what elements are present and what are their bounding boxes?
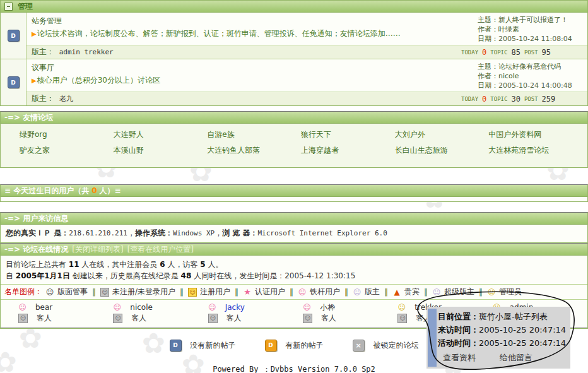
forum-row: D 议事厅 ▶核心用户（总积分30分以上）讨论区 主题：论坛好像有恶意代码 作者… [1,59,587,105]
last-author-link[interactable]: 叶绿素 [498,25,519,33]
friend-link[interactable]: 大连林苑滑雪论坛 [488,143,582,158]
moderator-link[interactable]: admin trekker [59,48,114,56]
guest-bunny-icon: ☺ [303,304,311,312]
friend-link[interactable]: 大连钓鱼人部落 [207,143,301,158]
manage-forum-panel: 管理 D 站务管理 ▶论坛技术咨询，论坛制度公布、解答；新驴报到、认证；斑竹申请… [0,0,588,106]
visitor-info-header-bar: -=> 用户来访信息 [1,213,587,225]
user-role: 客人 [226,313,242,324]
birthday-empty-row [1,197,587,201]
moderator-info: 版主： admin trekker [26,47,461,57]
forum-name-link[interactable]: 议事厅 [32,62,471,73]
birthday-title: ≡ 今天过生日的用户（共0人）≡ [4,186,121,196]
visitor-ip: 218.61.210.211 [69,229,127,237]
guest-bunny-icon: ☺ [18,304,26,312]
last-author-link[interactable]: nicole [498,72,519,80]
friend-link[interactable]: 长白山生态旅游 [395,143,489,158]
forum-row: D 站务管理 ▶论坛技术咨询，论坛制度公布、解答；新驴报到、认证；斑竹申请、管理… [1,13,587,59]
online-record-line: 自 2005年1月1日 创建以来，历史最高在线纪录是 48 人同时在线，发生时间… [6,270,582,281]
manage-header-bar: 管理 [1,1,587,13]
friend-links-header-bar: -=> 友情论坛 [1,112,587,124]
guest-status-icon: ☺ [18,314,28,323]
arrow-icon: ▶ [32,77,37,84]
send-message-link[interactable]: 给他留言 [500,351,532,364]
user-info-tooltip: 目前位置：斑竹小屋-帖子列表 来访时间：2005-10-25 20:47:14 … [426,307,570,369]
vip-icon: ▲ [392,288,401,297]
visitor-info-text: 您的真实ＩＰ 是：218.61.210.211，操作系统：Windows XP，… [1,225,587,242]
forum-name-link[interactable]: 站务管理 [32,16,471,27]
user-name[interactable]: bear [35,302,52,313]
visitor-info-title: -=> 用户来访信息 [4,213,68,224]
member-icon: ☺ [397,304,406,312]
friend-link[interactable]: 本溪山野 [114,143,208,158]
friend-link[interactable]: 驴友之家 [20,143,114,158]
moderator-icon: ☺ [353,288,362,297]
online-count-line: 目前论坛上总共有 11 人在线，其中注册会员 6 人，访客 5 人。 [6,259,582,270]
forum-stats: TODAY0 TOPIC85 POST95 [461,48,587,57]
visitor-info-panel: -=> 用户来访信息 您的真实ＩＰ 是：218.61.210.211，操作系统：… [0,212,588,243]
no-new-posts-icon: D [8,76,20,88]
friend-link[interactable]: 绿野org [20,127,114,143]
last-post-info: 主题：论坛好像有恶意代码 作者：nicole 日期：2005-10-24 14:… [476,59,587,92]
user-role: 客人 [321,313,336,324]
user-type-legend: 名单图例： ☺ 版面管事‖ ☺ 未注册/未登录用户‖ ☺ 注册用户‖ ★ 认证用… [1,284,587,299]
collapse-icon[interactable] [4,3,13,11]
legend-locked-forum: × 被锁定的论坛 [353,340,419,352]
tooltip-visit-line: 来访时间：2005-10-25 20:47:14 [438,323,567,336]
user-name[interactable]: 小桦 [320,302,335,313]
board-manager-icon: ☺ [45,288,54,297]
birthday-header-bar: ≡ 今天过生日的用户（共0人）≡ [1,185,587,197]
last-topic-link[interactable]: 新人终于可以报道了！ [498,16,568,24]
legend-no-new-posts: D 没有新的帖子 [170,340,236,352]
online-user: ☺Jacky ☺客人 [208,302,303,324]
friend-link[interactable]: 大刘户外 [395,127,489,143]
friend-link[interactable]: 上海穿越者 [301,143,395,158]
new-posts-icon: D [265,340,277,352]
administrator-icon: ☺ [487,288,496,297]
last-topic-link[interactable]: 论坛好像有恶意代码 [498,62,561,71]
forum-description: ▶核心用户（总积分30分以上）讨论区 [32,75,471,86]
registered-user-icon: ☺ [188,288,197,297]
guest-status-icon: ☺ [113,314,122,323]
selection-highlight [428,309,437,367]
online-user: ☺nicole ☺客人 [113,302,208,324]
unregistered-user-icon: ☺ [100,288,109,297]
guest-status-icon: ☺ [208,314,218,323]
no-new-posts-icon: D [170,340,182,352]
forum-status-cell: D [1,13,26,59]
guest-bunny-icon: ☺ [113,304,121,312]
tooltip-active-line: 活动时间：2005-10-25 20:47:14 [438,336,567,350]
friend-link[interactable]: 自游e族 [207,127,301,143]
birthday-panel: ≡ 今天过生日的用户（共0人）≡ [0,184,588,202]
locked-forum-icon: × [353,340,365,352]
friend-links-grid: 绿野org 大连野人 自游e族 狼行天下 大刘户外 中国户外资料网 驴友之家 本… [1,124,587,167]
visitor-browser: Microsoft Internet Explorer 6.0 [258,229,387,237]
friend-link[interactable]: 中国户外资料网 [488,127,582,143]
moderator-link[interactable]: 老九 [59,95,73,103]
user-role: 客人 [37,313,52,324]
visitor-os: Windows XP [173,229,215,237]
close-detail-list-link[interactable]: [关闭详细列表] [72,244,123,255]
tooltip-position-line: 目前位置：斑竹小屋-帖子列表 [438,310,567,323]
friend-links-panel: -=> 友情论坛 绿野org 大连野人 自游e族 狼行天下 大刘户外 中国户外资… [0,111,588,168]
user-role: 客人 [131,313,146,324]
last-post-info: 主题：新人终于可以报道了！ 作者：叶绿素 日期：2005-10-24 11:08… [476,13,587,45]
guest-bunny-icon: ☺ [208,304,216,312]
forum-description: ▶论坛技术咨询，论坛制度公布、解答；新驴报到、认证；斑竹申请、管理投诉、任免通知… [32,28,471,39]
friend-link[interactable]: 大连野人 [114,127,208,143]
friend-link[interactable]: 狼行天下 [301,127,395,143]
guest-status-icon: ☺ [303,314,312,323]
online-status-title: -=> 论坛在线情况 [4,244,68,255]
moderator-info: 版主： 老九 [26,93,461,104]
user-name[interactable]: nicole [130,302,153,313]
arrow-icon: ▶ [32,30,37,37]
forum-stats: TODAY0 TOPIC30 POST259 [461,95,587,104]
manage-title: 管理 [18,1,33,12]
online-status-header-bar: -=> 论坛在线情况 [关闭详细列表] [查看在线用户位置] [1,244,587,256]
online-summary: 目前论坛上总共有 11 人在线，其中注册会员 6 人，访客 5 人。 自 200… [1,256,587,284]
view-online-location-link[interactable]: [查看在线用户位置] [127,244,194,255]
guest-status-icon: ☺ [397,314,407,323]
view-profile-link[interactable]: 查看资料 [443,351,476,364]
user-name[interactable]: Jacky [225,302,245,313]
online-user: ☺bear ☺客人 [18,302,113,324]
legend-label: 名单图例： [4,287,42,297]
